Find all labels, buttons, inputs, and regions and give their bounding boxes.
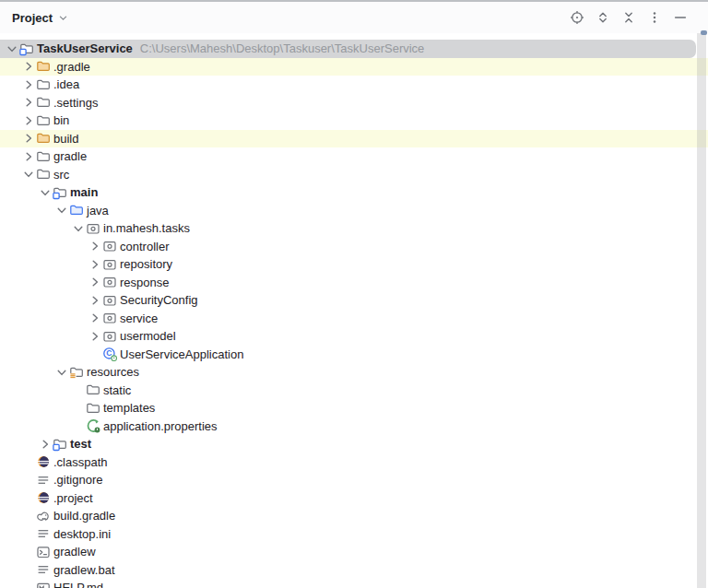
tree-item-label: .project	[53, 491, 93, 505]
chevron-collapsed-icon[interactable]	[37, 437, 53, 452]
tree-row[interactable]: gradlew.bat	[0, 561, 708, 580]
chevron-expanded-icon[interactable]	[53, 203, 69, 218]
tree-item-label: application.properties	[103, 419, 218, 433]
tree-item-label: UserServiceApplication	[120, 347, 243, 361]
chevron-collapsed-icon[interactable]	[87, 239, 102, 253]
chevron-expanded-icon[interactable]	[53, 365, 69, 380]
chevron-collapsed-icon[interactable]	[87, 275, 102, 289]
folder-icon	[36, 77, 51, 92]
chevron-collapsed-icon[interactable]	[20, 95, 36, 110]
chevron-expanded-icon[interactable]	[37, 185, 53, 200]
hide-panel-icon[interactable]	[673, 10, 688, 25]
module-folder-icon	[19, 41, 34, 56]
tree-item-label: desktop.ini	[53, 527, 111, 541]
tree-row[interactable]: gradlew	[0, 543, 708, 561]
folder-icon	[36, 149, 51, 164]
gradle-file-icon	[36, 509, 51, 523]
panel-title: Project	[12, 11, 53, 25]
chevron-collapsed-icon[interactable]	[87, 293, 102, 308]
project-view-switcher[interactable]: Project	[12, 11, 69, 25]
tree-row[interactable]: service	[0, 310, 708, 328]
svg-text:C: C	[106, 349, 112, 359]
chevron-collapsed-icon[interactable]	[20, 77, 36, 92]
chevron-expanded-icon[interactable]	[20, 167, 36, 182]
tree-row[interactable]: gradle	[0, 147, 708, 166]
expand-all-icon[interactable]	[596, 10, 610, 25]
resources-folder-icon	[69, 365, 84, 380]
folder-blue-icon	[69, 203, 84, 218]
package-icon	[102, 239, 117, 253]
chevron-spacer	[20, 581, 36, 588]
tree-row[interactable]: desktop.ini	[0, 525, 708, 544]
tree-row[interactable]: SecurityConfig	[0, 291, 708, 310]
tree-row[interactable]: .project	[0, 489, 708, 508]
folder-icon	[36, 95, 51, 110]
tree-row[interactable]: in.mahesh.tasks	[0, 219, 708, 238]
chevron-spacer	[87, 347, 102, 361]
text-file-icon	[36, 473, 51, 488]
tree-row[interactable]: .idea	[0, 76, 708, 94]
tree-row[interactable]: TaskUserServiceC:\Users\Mahesh\Desktop\T…	[0, 40, 696, 58]
package-icon	[102, 275, 117, 289]
tree-row[interactable]: static	[0, 382, 708, 400]
tree-row[interactable]: templates	[0, 399, 708, 417]
chevron-spacer	[20, 526, 36, 541]
chevron-spacer	[20, 473, 36, 488]
tree-row[interactable]: .gitignore	[0, 471, 708, 489]
tree-item-label: build.gradle	[53, 509, 115, 523]
tree-row[interactable]: controller	[0, 238, 708, 256]
tree-row[interactable]: repository	[0, 255, 708, 274]
tree-item-label: HELP.md	[53, 581, 103, 588]
tree-row[interactable]: response	[0, 274, 708, 292]
tree-row[interactable]: application.properties	[0, 417, 708, 436]
tree-row[interactable]: .settings	[0, 94, 708, 112]
package-icon	[102, 311, 117, 325]
tree-item-label: gradle	[53, 149, 87, 163]
chevron-collapsed-icon[interactable]	[87, 329, 102, 344]
chevron-expanded-icon[interactable]	[4, 41, 19, 56]
tree-row[interactable]: usermodel	[0, 327, 708, 346]
tree-item-label: in.mahesh.tasks	[103, 221, 190, 235]
project-path: C:\Users\Mahesh\Desktop\Taskuser\TaskUse…	[140, 41, 425, 55]
tree-row[interactable]: java	[0, 202, 708, 220]
chevron-collapsed-icon[interactable]	[20, 59, 36, 74]
module-folder-icon	[53, 185, 67, 200]
tree-row[interactable]: test	[0, 435, 708, 453]
tree-row[interactable]: build.gradle	[0, 507, 708, 525]
tree-row[interactable]: src	[0, 166, 708, 184]
folder-orange-icon	[36, 59, 51, 74]
chevron-spacer	[20, 509, 36, 523]
chevron-expanded-icon[interactable]	[70, 221, 86, 236]
chevron-spacer	[20, 454, 36, 469]
chevron-collapsed-icon[interactable]	[87, 257, 102, 272]
tree-row[interactable]: main	[0, 183, 708, 202]
spring-properties-icon	[86, 418, 100, 433]
folder-icon	[86, 401, 100, 416]
tree-row[interactable]: build	[0, 130, 708, 148]
chevron-down-icon	[57, 12, 69, 24]
project-tree: TaskUserServiceC:\Users\Mahesh\Desktop\T…	[0, 33, 708, 588]
tree-item-label: service	[120, 312, 158, 325]
chevron-collapsed-icon[interactable]	[87, 311, 102, 325]
folder-icon	[36, 167, 51, 182]
package-icon	[102, 257, 117, 272]
tree-row[interactable]: .classpath	[0, 453, 708, 472]
tree-row[interactable]: resources	[0, 363, 708, 382]
chevron-collapsed-icon[interactable]	[20, 113, 36, 128]
collapse-all-icon[interactable]	[621, 10, 636, 25]
panel-toolbar	[570, 10, 708, 25]
tree-row[interactable]: CUserServiceApplication	[0, 346, 708, 364]
package-icon	[86, 221, 100, 236]
scrollbar-track[interactable]	[697, 33, 706, 588]
tree-row[interactable]: HELP.md	[0, 579, 708, 588]
tree-item-label: usermodel	[120, 329, 176, 343]
chevron-collapsed-icon[interactable]	[20, 131, 36, 146]
eclipse-file-icon	[36, 454, 51, 469]
select-opened-file-icon[interactable]	[570, 10, 584, 25]
tree-item-label: SecurityConfig	[120, 293, 198, 307]
more-options-icon[interactable]	[647, 10, 662, 25]
chevron-collapsed-icon[interactable]	[20, 149, 36, 164]
scrollbar-thumb[interactable]	[701, 30, 707, 35]
tree-row[interactable]: bin	[0, 112, 708, 130]
tree-row[interactable]: .gradle	[0, 58, 708, 76]
